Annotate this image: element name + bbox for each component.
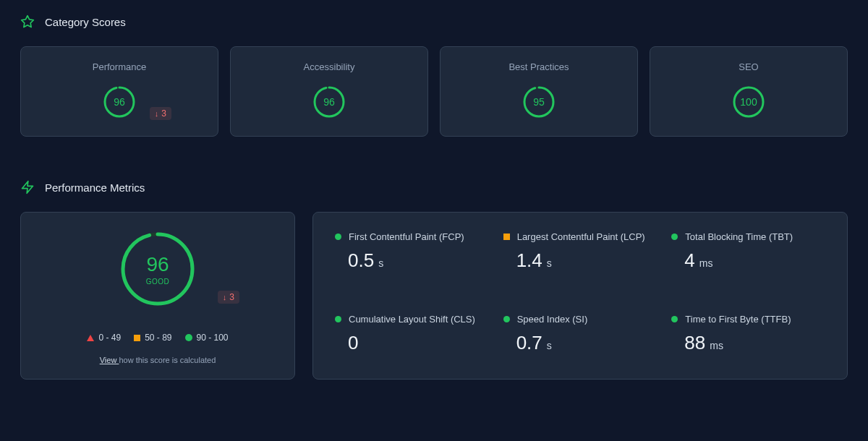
svg-marker-0 <box>22 16 34 27</box>
status-dot-icon <box>671 234 678 240</box>
performance-summary-card: 96 GOOD ↓ 3 0 - 49 50 - 89 90 - 100 View… <box>20 212 295 380</box>
performance-score: 96 <box>146 253 169 276</box>
performance-metrics-title: Performance Metrics <box>45 181 145 194</box>
metric-ttfb: Time to First Byte (TTFB) 88ms <box>671 314 825 360</box>
score-ring: 95 <box>522 85 556 119</box>
status-dot-icon <box>503 316 510 322</box>
status-square-icon <box>503 234 510 240</box>
score-value: 96 <box>312 85 346 119</box>
score-ring: 100 <box>732 85 765 119</box>
category-scores-title: Category Scores <box>45 16 126 28</box>
legend-item-mid: 50 - 89 <box>134 333 171 343</box>
metric-value: 4 <box>684 249 694 272</box>
metric-name: Largest Contentful Paint (LCP) <box>517 231 645 242</box>
bolt-icon <box>20 180 35 194</box>
metric-unit: ms <box>699 257 713 269</box>
metric-unit: s <box>547 257 552 269</box>
score-value: 96 <box>103 85 136 119</box>
score-value: 95 <box>522 85 556 119</box>
status-dot-icon <box>671 316 678 322</box>
metric-unit: s <box>378 257 383 269</box>
svg-marker-9 <box>22 181 33 194</box>
view-note: View how this score is calculated <box>100 356 216 364</box>
performance-status: GOOD <box>146 278 170 286</box>
metric-unit: s <box>547 340 552 351</box>
delta-value: 3 <box>161 108 166 119</box>
arrow-down-icon: ↓ <box>155 109 159 118</box>
delta-badge: ↓ 3 <box>150 107 171 120</box>
metric-si: Speed Index (SI) 0.7s <box>503 314 658 360</box>
metric-tbt: Total Blocking Time (TBT) 4ms <box>671 231 825 278</box>
metric-value: 1.4 <box>516 249 542 272</box>
score-card-seo[interactable]: SEO 100 <box>650 46 848 137</box>
delta-value: 3 <box>229 292 234 302</box>
score-value: 100 <box>732 85 765 119</box>
view-link[interactable]: View <box>100 356 119 364</box>
metric-value: 0.5 <box>348 249 374 272</box>
score-card-performance[interactable]: Performance 96 ↓ 3 <box>20 46 218 137</box>
scores-grid: Performance 96 ↓ 3 Accessibility 96 Best… <box>20 46 848 137</box>
legend-item-poor: 0 - 49 <box>87 333 121 343</box>
metric-name: Total Blocking Time (TBT) <box>685 231 793 242</box>
score-card-best-practices[interactable]: Best Practices 95 <box>440 46 638 137</box>
score-label: Accessibility <box>304 61 355 72</box>
metric-name: Speed Index (SI) <box>517 314 588 325</box>
score-label: Best Practices <box>509 61 569 72</box>
status-dot-icon <box>335 316 341 322</box>
score-label: Performance <box>93 61 146 72</box>
arrow-down-icon: ↓ <box>223 293 227 301</box>
metric-value: 88 <box>684 332 705 354</box>
delta-badge: ↓ 3 <box>218 291 239 304</box>
circle-icon <box>185 334 192 341</box>
metrics-grid: First Contentful Paint (FCP) 0.5s Larges… <box>312 212 848 380</box>
metric-value: 0 <box>348 332 358 354</box>
status-dot-icon <box>335 234 341 240</box>
square-icon <box>134 335 140 341</box>
metric-cls: Cumulative Layout Shift (CLS) 0 <box>335 314 489 360</box>
metric-value: 0.7 <box>516 332 542 354</box>
metric-name: Time to First Byte (TTFB) <box>685 314 791 325</box>
star-icon <box>20 14 35 29</box>
metric-fcp: First Contentful Paint (FCP) 0.5s <box>335 231 489 278</box>
score-ring: 96 <box>312 85 346 119</box>
metric-lcp: Largest Contentful Paint (LCP) 1.4s <box>503 231 658 278</box>
category-scores-header: Category Scores <box>20 14 848 29</box>
performance-ring: 96 GOOD <box>119 230 197 308</box>
score-label: SEO <box>739 61 758 72</box>
score-ring: 96 <box>103 85 136 119</box>
score-card-accessibility[interactable]: Accessibility 96 <box>230 46 428 137</box>
metric-name: First Contentful Paint (FCP) <box>349 231 464 242</box>
legend-item-good: 90 - 100 <box>185 333 229 343</box>
score-legend: 0 - 49 50 - 89 90 - 100 <box>87 333 228 343</box>
metric-name: Cumulative Layout Shift (CLS) <box>349 314 475 325</box>
performance-metrics-header: Performance Metrics <box>20 180 848 194</box>
triangle-icon <box>87 335 94 341</box>
metric-unit: ms <box>710 340 723 351</box>
